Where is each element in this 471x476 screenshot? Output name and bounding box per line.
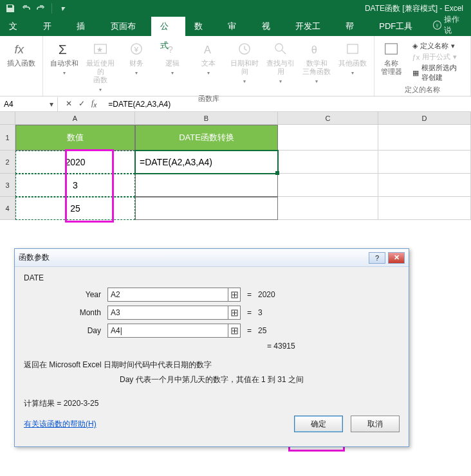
- tab-home[interactable]: 开始: [34, 17, 68, 36]
- name-box-value: A4: [4, 100, 14, 109]
- svg-text:Σ: Σ: [59, 42, 67, 57]
- recent-functions-button[interactable]: ★最近使用的 函数▾: [84, 39, 116, 94]
- tell-me[interactable]: ♀操作说: [428, 14, 471, 36]
- save-icon[interactable]: [5, 3, 15, 14]
- cancel-formula-icon[interactable]: ✕: [66, 99, 72, 108]
- use-in-formula-button[interactable]: ƒx用于公式 ▾: [412, 52, 460, 62]
- equals-sign: =: [241, 290, 258, 299]
- svg-rect-11: [347, 44, 358, 53]
- grid-icon: ▦: [412, 69, 419, 77]
- function-arguments-dialog: 函数参数 ? ✕ DATE Year A2 = 2020 Month A3 = …: [14, 248, 409, 447]
- tab-file[interactable]: 文件: [0, 17, 34, 36]
- cell-A3[interactable]: 3: [15, 174, 135, 197]
- tab-pdf[interactable]: PDF工具集: [370, 17, 428, 36]
- cell-B3[interactable]: [135, 174, 278, 197]
- qat-customize-icon[interactable]: ▾: [57, 3, 68, 14]
- cancel-button[interactable]: 取消: [351, 416, 400, 432]
- tab-formulas[interactable]: 公式: [151, 17, 185, 36]
- row-header-2[interactable]: 2: [0, 151, 15, 174]
- lookup-button[interactable]: 查找与引用▾: [264, 39, 297, 86]
- col-header-C[interactable]: C: [278, 112, 378, 124]
- arg-input-day[interactable]: A4|: [107, 324, 228, 338]
- cell-C1[interactable]: [278, 125, 378, 151]
- row-header-1[interactable]: 1: [0, 125, 15, 151]
- svg-text:?: ?: [168, 44, 173, 55]
- cell-C2[interactable]: [278, 151, 378, 174]
- logical-button[interactable]: ?逻辑▾: [156, 39, 189, 77]
- worksheet-grid: A B C D 1 数值 DATE函数转换 2 2020 =DATE(A2,A3…: [0, 112, 471, 220]
- dialog-description: 返回在 Microsoft Excel 日期时间代码中代表日期的数字: [24, 360, 400, 371]
- dialog-title: 函数参数: [19, 252, 50, 263]
- cell-D3[interactable]: [378, 174, 471, 197]
- arg-label-month: Month: [24, 308, 107, 317]
- arg-input-month[interactable]: A3: [107, 306, 228, 320]
- create-from-selection-button[interactable]: ▦根据所选内容创建: [412, 63, 460, 82]
- tab-insert[interactable]: 插入: [68, 17, 102, 36]
- col-header-A[interactable]: A: [15, 112, 135, 124]
- range-picker-icon[interactable]: [228, 324, 241, 338]
- datetime-button[interactable]: 日期和时间▾: [228, 39, 261, 86]
- formula-bar: A4 ▾ ✕ ✓ fx =DATE(A2,A3,A4): [0, 96, 471, 112]
- cell-A1[interactable]: 数值: [15, 125, 135, 151]
- row-header-3[interactable]: 3: [0, 174, 15, 197]
- cell-D1[interactable]: [378, 125, 471, 151]
- cell-B4[interactable]: [135, 197, 278, 220]
- row-3: 3 3: [0, 174, 471, 197]
- text-button[interactable]: A文本▾: [192, 39, 225, 77]
- arg-value-year: 2020: [258, 290, 275, 299]
- arg-row-year: Year A2 = 2020: [24, 288, 400, 302]
- tab-review[interactable]: 审阅: [219, 17, 253, 36]
- dialog-serial-result: = 43915: [24, 342, 400, 351]
- col-header-B[interactable]: B: [135, 112, 278, 124]
- undo-icon[interactable]: [21, 3, 31, 14]
- formula-input[interactable]: =DATE(A2,A3,A4): [104, 100, 471, 109]
- redo-icon[interactable]: [36, 3, 46, 14]
- range-picker-icon[interactable]: [228, 306, 241, 320]
- row-4: 4 25: [0, 197, 471, 220]
- svg-rect-12: [385, 44, 398, 54]
- group-insert-fn: fx 插入函数: [0, 36, 43, 96]
- tab-layout[interactable]: 页面布局: [102, 17, 151, 36]
- dialog-help-link[interactable]: 有关该函数的帮助(H): [24, 419, 97, 430]
- column-headers: A B C D: [0, 112, 471, 125]
- math-button[interactable]: θ数学和 三角函数▾: [300, 39, 333, 86]
- arg-row-day: Day A4| = 25: [24, 324, 400, 338]
- cell-D2[interactable]: [378, 151, 471, 174]
- dialog-function-name: DATE: [24, 273, 400, 282]
- group-label-names: 定义的名称: [405, 85, 440, 95]
- cell-B2[interactable]: =DATE(A2,A3,A4): [135, 151, 278, 174]
- row-header-4[interactable]: 4: [0, 197, 15, 220]
- dialog-close-button[interactable]: ✕: [388, 252, 405, 264]
- select-all-corner[interactable]: [0, 112, 15, 124]
- tab-view[interactable]: 视图: [253, 17, 287, 36]
- insert-function-button[interactable]: fx 插入函数: [5, 39, 37, 68]
- arg-input-year[interactable]: A2: [107, 288, 228, 302]
- cell-C4[interactable]: [278, 197, 378, 220]
- cell-D4[interactable]: [378, 197, 471, 220]
- accept-formula-icon[interactable]: ✓: [78, 99, 85, 108]
- ok-button[interactable]: 确定: [294, 416, 343, 432]
- cell-A2[interactable]: 2020: [15, 151, 135, 174]
- financial-button[interactable]: ¥财务▾: [120, 39, 152, 77]
- dialog-titlebar[interactable]: 函数参数 ? ✕: [15, 249, 409, 267]
- cell-B1[interactable]: DATE函数转换: [135, 125, 278, 151]
- tab-help[interactable]: 帮助: [337, 17, 371, 36]
- col-header-D[interactable]: D: [378, 112, 471, 124]
- fx-icon[interactable]: fx: [91, 98, 97, 109]
- tab-dev[interactable]: 开发工具: [286, 17, 336, 36]
- cell-C3[interactable]: [278, 174, 378, 197]
- svg-text:θ: θ: [311, 44, 317, 55]
- more-functions-button[interactable]: 其他函数▾: [337, 39, 369, 77]
- svg-text:A: A: [204, 44, 211, 55]
- cell-A4[interactable]: 25: [15, 197, 135, 220]
- name-manager-button[interactable]: 名称 管理器: [380, 39, 403, 76]
- chevron-down-icon[interactable]: ▾: [50, 100, 53, 109]
- define-name-button[interactable]: ◈定义名称 ▾: [412, 41, 460, 51]
- range-picker-icon[interactable]: [228, 288, 241, 302]
- title-bar: ▾ DATE函数 [兼容模式] - Excel: [0, 0, 471, 17]
- dialog-help-button[interactable]: ?: [369, 252, 385, 264]
- arg-value-day: 25: [258, 326, 266, 335]
- tab-data[interactable]: 数据: [185, 17, 219, 36]
- name-box[interactable]: A4 ▾: [0, 97, 58, 111]
- autosum-button[interactable]: Σ自动求和▾: [48, 39, 80, 77]
